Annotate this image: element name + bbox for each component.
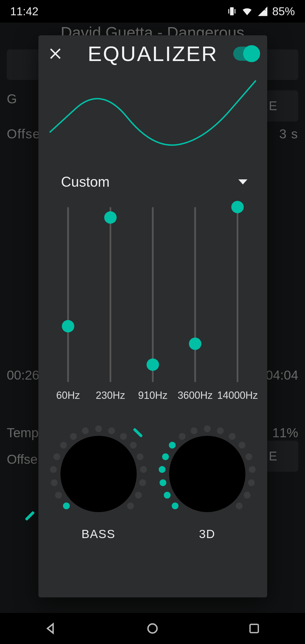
svg-rect-7 bbox=[250, 624, 258, 632]
knob-tick bbox=[127, 502, 134, 509]
preset-label: Custom bbox=[61, 174, 110, 190]
signal-icon: x bbox=[257, 6, 268, 17]
svg-point-6 bbox=[148, 624, 157, 633]
eq-slider-230[interactable]: 230Hz bbox=[89, 207, 132, 408]
slider-thumb bbox=[231, 201, 244, 213]
slider-freq-label: 3600Hz bbox=[178, 390, 213, 401]
knob-tick bbox=[95, 425, 102, 432]
knob-tick bbox=[60, 442, 67, 449]
vibrate-icon bbox=[226, 6, 237, 17]
slider-freq-label: 14000Hz bbox=[217, 390, 258, 401]
knob-tick bbox=[229, 433, 236, 440]
slider-thumb bbox=[62, 320, 74, 332]
knob-tick bbox=[50, 466, 57, 473]
offset2-label: Offse bbox=[7, 452, 38, 467]
slider-track bbox=[237, 207, 238, 382]
home-icon bbox=[146, 622, 159, 635]
knob-tick bbox=[139, 479, 146, 486]
slider-track bbox=[152, 207, 154, 382]
slider-track bbox=[194, 207, 196, 382]
slider-freq-label: 910Hz bbox=[138, 390, 167, 401]
slider-thumb bbox=[147, 358, 159, 371]
knob-tick bbox=[53, 453, 60, 460]
eq-sliders: 60Hz230Hz910Hz3600Hz14000Hz bbox=[38, 199, 267, 408]
knob-tick bbox=[217, 427, 224, 434]
status-right: x 85% bbox=[226, 5, 295, 18]
knob-tick bbox=[130, 442, 137, 449]
toggle-thumb bbox=[243, 45, 260, 62]
home-button[interactable] bbox=[145, 621, 160, 636]
slider-freq-label: 60Hz bbox=[56, 390, 80, 401]
equalizer-modal: EQUALIZER Custom 60Hz230Hz910Hz3600Hz140… bbox=[38, 35, 267, 597]
slider-thumb bbox=[104, 211, 117, 224]
knob-tick bbox=[245, 453, 252, 460]
slider-track bbox=[110, 207, 111, 382]
knob-tick bbox=[248, 479, 255, 486]
knob-tick bbox=[137, 453, 143, 460]
knob-tick bbox=[244, 492, 250, 499]
knobs-row: BASS 3D bbox=[38, 408, 267, 541]
tempo-label: Temp bbox=[7, 425, 38, 440]
wifi-icon bbox=[241, 5, 253, 17]
knob-tick bbox=[179, 433, 186, 440]
close-icon bbox=[48, 47, 62, 61]
eq-slider-3600[interactable]: 3600Hz bbox=[174, 207, 216, 408]
knob-tick bbox=[135, 492, 142, 499]
knob-tick bbox=[70, 433, 77, 440]
status-bar: 11:42 x 85% bbox=[0, 0, 305, 23]
status-time: 11:42 bbox=[10, 5, 38, 18]
knob-tick bbox=[82, 427, 89, 434]
svg-rect-0 bbox=[230, 7, 234, 16]
status-battery: 85% bbox=[272, 5, 295, 18]
svg-rect-2 bbox=[234, 9, 235, 14]
knob-tick bbox=[55, 492, 62, 499]
knob-tick bbox=[160, 479, 166, 486]
modal-title: EQUALIZER bbox=[88, 42, 218, 66]
3d-knob[interactable] bbox=[158, 425, 257, 523]
slider-freq-label: 230Hz bbox=[96, 390, 125, 401]
knob-tick bbox=[249, 466, 256, 473]
svg-rect-1 bbox=[228, 9, 229, 14]
bass-knob-label: BASS bbox=[81, 527, 115, 541]
preset-selector[interactable]: Custom bbox=[38, 165, 267, 199]
knob-tick bbox=[204, 425, 211, 432]
knob-tick bbox=[159, 466, 165, 473]
svg-text:x: x bbox=[263, 6, 266, 12]
tempo-value: 11% bbox=[272, 425, 298, 440]
time-total: 04:04 bbox=[266, 367, 298, 383]
eq-slider-910[interactable]: 910Hz bbox=[132, 207, 174, 408]
knob-tick bbox=[191, 427, 197, 434]
chevron-down-icon bbox=[238, 179, 247, 184]
close-button[interactable] bbox=[47, 45, 64, 62]
knob-tick bbox=[169, 442, 176, 449]
slider-thumb bbox=[189, 338, 201, 350]
knob-tick bbox=[108, 427, 115, 434]
eq-curve-svg bbox=[38, 72, 267, 165]
knob-tick bbox=[164, 492, 171, 499]
recents-icon bbox=[248, 622, 260, 635]
eq-slider-60[interactable]: 60Hz bbox=[47, 207, 89, 408]
3d-knob-label: 3D bbox=[199, 527, 215, 541]
knob-tick bbox=[236, 502, 243, 509]
knob-tick bbox=[63, 502, 70, 509]
offset-value: 3 s bbox=[279, 126, 298, 142]
bass-knob[interactable] bbox=[49, 425, 148, 523]
back-button[interactable] bbox=[43, 621, 59, 636]
knob-tick bbox=[172, 502, 178, 509]
eq-curve bbox=[38, 72, 267, 165]
knob-tick bbox=[239, 442, 245, 449]
slider-track bbox=[67, 207, 69, 382]
knob-tick bbox=[120, 433, 127, 440]
time-current: 00:26 bbox=[7, 367, 39, 383]
knob-tick bbox=[140, 466, 147, 473]
navigation-bar bbox=[0, 613, 305, 644]
back-icon bbox=[44, 622, 58, 635]
eq-slider-14000[interactable]: 14000Hz bbox=[216, 207, 259, 408]
knob-tick bbox=[51, 479, 58, 486]
modal-header: EQUALIZER bbox=[38, 35, 267, 72]
knob-tick bbox=[162, 453, 169, 460]
recents-button[interactable] bbox=[246, 621, 262, 636]
equalizer-toggle[interactable] bbox=[233, 47, 259, 61]
